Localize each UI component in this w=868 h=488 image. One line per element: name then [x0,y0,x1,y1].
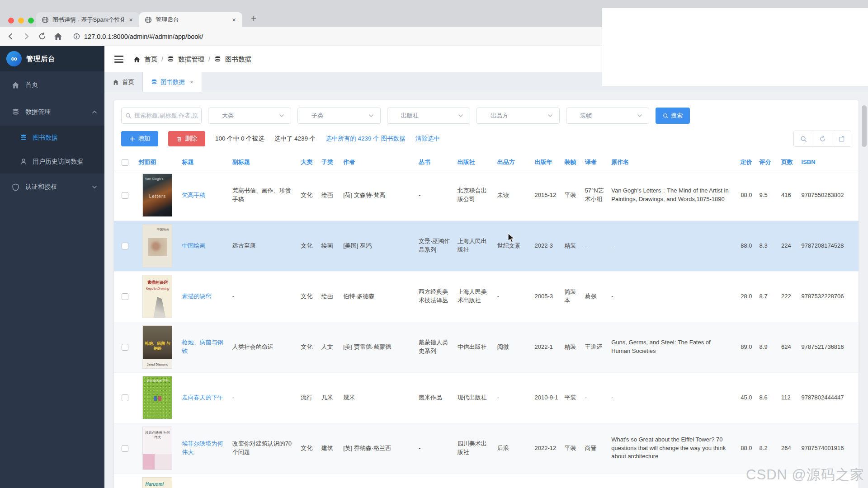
cell-category: 文化 [298,322,318,372]
row-checkbox[interactable] [122,192,128,199]
book-title-link[interactable]: 埃菲尔铁塔为何伟大 [182,440,223,455]
book-title-link[interactable]: 枪炮、病菌与钢铁 [182,339,223,354]
close-window-button[interactable] [8,18,14,23]
reload-icon[interactable] [38,32,47,41]
column-header-subcategory[interactable]: 子类 [319,155,341,170]
book-title-link[interactable]: 素描的诀窍 [182,293,211,300]
cell-category: 文化 [298,271,318,322]
cell-pub_year: 2022-1 [532,322,562,372]
cell-pages: 416 [778,170,798,221]
column-header-subtitle[interactable]: 副标题 [230,155,298,170]
cell-producer: - [495,372,532,423]
table-refresh-button[interactable] [813,131,832,146]
breadcrumb-book-data[interactable]: 图书数据 [225,55,251,64]
filter-select-publisher[interactable]: 出版社 [387,108,470,124]
row-checkbox[interactable] [122,445,128,452]
column-header-original_title[interactable]: 原作名 [609,155,733,170]
column-header-producer[interactable]: 出品方 [495,155,532,170]
back-icon[interactable] [6,32,15,41]
cell-producer: 阅微 [495,322,532,372]
filter-select-producer[interactable]: 出品方 [476,108,560,124]
cell-price: 89.0 [733,322,757,372]
select-label: 子类 [311,112,323,120]
breadcrumb-data-management[interactable]: 数据管理 [178,55,204,64]
sidebar-item-data-management[interactable]: 数据管理 [0,99,104,126]
column-header-cover[interactable]: 封面图 [136,155,179,170]
cell-subtitle: 改变你对建筑认识的70个问题 [230,423,298,474]
maximize-window-button[interactable] [28,18,34,23]
page-tab-home[interactable]: 首页 [104,72,143,92]
column-header-isbn[interactable]: ISBN [799,155,859,170]
cell-publisher: 上海人民出版社 [455,221,495,271]
row-checkbox[interactable] [122,344,128,351]
column-header-binding[interactable]: 装帧 [561,155,582,170]
table-search-button[interactable] [794,131,813,146]
home-icon[interactable] [54,32,62,41]
chevron-down-icon [368,113,374,118]
cell-author: 幾米 [340,372,416,423]
sidebar-item-auth[interactable]: 认证和授权 [0,174,104,201]
breadcrumb-home[interactable]: 首页 [144,55,157,64]
select-all-link[interactable]: 选中所有的 4239 个 图书数据 [326,135,405,143]
filter-select-subcategory[interactable]: 子类 [297,108,381,124]
column-header-price[interactable]: 定价 [733,155,757,170]
browser-tab-admin[interactable]: 管理后台 × [139,12,242,27]
select-all-checkbox[interactable] [122,159,128,166]
cell-original_title: Guns, Germs, and Steel: The Fates of Hum… [609,322,733,372]
search-input[interactable]: 搜索标题,副标题,作者,原 [121,108,202,124]
browser-tab-title: 管理后台 [156,16,227,24]
cell-subcategory: 建筑 [319,423,341,474]
search-button[interactable]: 搜索 [656,108,690,124]
filter-select-binding[interactable]: 装帧 [566,108,649,124]
row-checkbox[interactable] [122,293,128,300]
content-area: 搜索标题,副标题,作者,原 大类 子类 出版社 出 [104,92,868,488]
delete-button[interactable]: 删除 [168,131,205,146]
column-header-pub_year[interactable]: 出版年 [532,155,562,170]
book-title-link[interactable]: 走向春天的下午 [182,394,223,401]
hamburger-menu-icon[interactable] [114,56,123,63]
column-header-series[interactable]: 丛书 [416,155,455,170]
column-header-author[interactable]: 作者 [340,155,416,170]
column-header-publisher[interactable]: 出版社 [455,155,495,170]
plus-icon [129,136,135,142]
cell-pub_year: 2005-3 [532,271,562,322]
table-export-button[interactable] [832,131,851,146]
cell-category: 流行 [298,372,318,423]
row-checkbox[interactable] [122,243,128,249]
cell-isbn: 9787208174528 [799,221,859,271]
cell-pub_year: 2022-12 [532,423,562,474]
browser-tab-book-detail[interactable]: 图书详情 - 基于Spark个性化书籍 × [36,12,139,27]
column-header-pages[interactable]: 页数 [778,155,798,170]
book-title-link[interactable]: 梵高手稿 [182,192,205,198]
row-checkbox[interactable] [122,394,128,401]
cell-subtitle: 梵高书信、画作、珍贵手稿 [230,170,298,221]
column-header-title[interactable]: 标题 [179,155,229,170]
column-header-category[interactable]: 大类 [298,155,318,170]
sidebar-item-user-history[interactable]: 用户历史访问数据 [0,150,104,174]
sidebar-item-label: 认证和授权 [25,183,57,191]
tab-close-icon[interactable]: × [128,16,134,23]
tab-close-icon[interactable]: × [231,16,237,23]
minimize-window-button[interactable] [18,18,24,23]
page-tab-book-data[interactable]: 图书数据 × [143,72,202,92]
scrollbar-thumb[interactable] [862,105,867,147]
info-icon[interactable] [73,33,80,40]
new-tab-button[interactable]: + [247,12,260,25]
sidebar-item-book-data[interactable]: 图书数据 [0,126,104,150]
filter-select-category[interactable]: 大类 [208,108,291,124]
book-title-link[interactable]: 中国绘画 [182,242,205,249]
sidebar-item-home[interactable]: 首页 [0,71,104,99]
sidebar-item-label: 图书数据 [33,134,58,142]
home-icon [113,79,119,85]
close-icon[interactable]: × [190,79,193,85]
cell-producer [495,474,532,488]
clear-selection-link[interactable]: 清除选中 [415,135,440,143]
add-button[interactable]: 增加 [121,131,158,146]
column-header-translator[interactable]: 译者 [582,155,609,170]
column-header-rating[interactable]: 评分 [757,155,779,170]
chevron-down-icon [637,113,642,118]
cell-producer: 未读 [495,170,532,221]
window-controls[interactable] [8,18,34,23]
forward-icon[interactable] [22,32,31,41]
breadcrumb-separator: / [161,56,163,63]
